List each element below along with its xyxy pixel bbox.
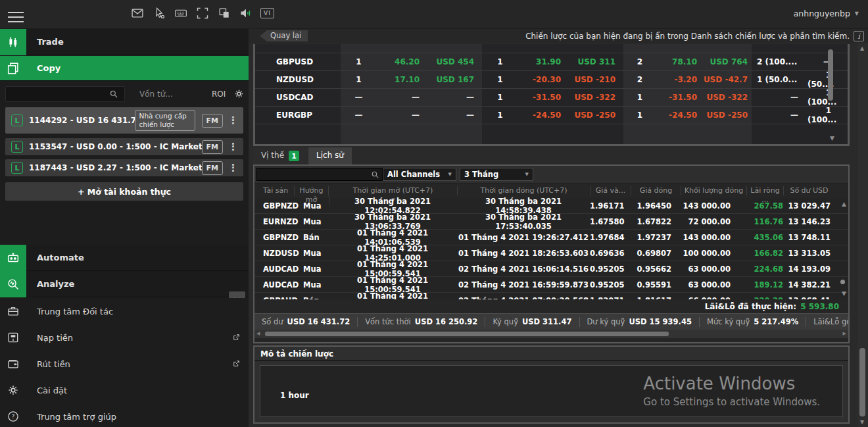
mail-icon[interactable] [130, 6, 145, 20]
account-item[interactable]: L 1153547 - USD 0.00 - 1:500 - IC Market… [5, 138, 243, 155]
period-dropdown[interactable]: 3 Tháng▼ [460, 168, 533, 181]
scroll-down-icon[interactable]: ▼ [830, 135, 834, 141]
tab-positions[interactable]: Vị thế 1 [253, 147, 307, 164]
hamburger-menu-icon[interactable] [8, 9, 24, 20]
history-scrollbar[interactable]: ▲ ▼ [838, 199, 846, 305]
account-label: 1187443 - USD 2.27 - 1:500 - IC Markets [29, 163, 202, 172]
candlestick-icon [0, 29, 26, 55]
account-item[interactable]: L 1144292 - USD 16 431.72 - 1:500... Nhà… [5, 107, 243, 134]
live-account-badge: L [11, 141, 23, 153]
table-row[interactable]: NZDUSD117.10USD 1671-20.30USD -2102-3.20… [255, 71, 848, 89]
sidebar-item-analyze[interactable]: Analyze [0, 271, 249, 297]
sidebar-item-label: Cài đặt [37, 386, 67, 395]
briefcase-icon [0, 298, 26, 324]
strategy-filter-row: Vốn tứ... ROI [0, 86, 249, 103]
scroll-up-icon: ▲ [860, 45, 864, 51]
channels-dropdown[interactable]: All Channels▼ [383, 168, 456, 181]
tab-history[interactable]: Lịch sử [308, 147, 352, 164]
panel-title: Mô tả chiến lược [254, 347, 848, 361]
symbol-cell: USDCAD [255, 93, 341, 102]
chevron-down-icon: ▼ [448, 172, 452, 177]
sidebar-item-trade[interactable]: Trade [0, 29, 249, 55]
scrollbar-thumb [265, 332, 669, 336]
positions-count-badge: 1 [289, 151, 299, 161]
fm-badge: FM [202, 114, 223, 128]
click-settings-icon[interactable] [152, 6, 166, 20]
sidebar-item-help-center[interactable]: ? Trung tâm trợ giúp [0, 403, 249, 427]
kebab-menu-icon[interactable]: ⋮ [228, 162, 238, 174]
sidebar-item-label: Automate [37, 253, 84, 263]
live-account-badge: L [11, 162, 23, 174]
table-row[interactable]: AUDCADMua01 Tháng 4 2021 15:00:59.54102 … [254, 277, 848, 293]
page-scrollbar[interactable]: ▲ ▼ [857, 43, 868, 427]
chevron-down-icon: ▼ [855, 11, 859, 16]
live-account-badge: L [11, 114, 23, 126]
sidebar-item-label: Rút tiền [37, 359, 70, 369]
table-row[interactable]: GBPUSD146.20USD 454131.90USD 311278.10US… [255, 53, 848, 71]
table-row[interactable]: GBPAUDBán01 Tháng 4 2021 15:01:42.95902 … [254, 293, 848, 299]
robot-icon [0, 245, 26, 271]
info-icon[interactable]: i [854, 31, 864, 41]
symbol-summary-panel: GBPUSD146.20USD 454131.90USD 311278.10US… [253, 44, 850, 146]
windows-icon[interactable] [217, 6, 231, 20]
account-status-bar: Số dưUSD 16 431.72 Vốn tức thờiUSD 16 25… [254, 313, 848, 330]
table-row[interactable]: AUDCADMua01 Tháng 4 2021 15:00:59.54102 … [254, 261, 848, 277]
strategy-description-panel: Mô tả chiến lược 1 hour Activate Windows… [253, 345, 850, 424]
strategy-hidden-notice: Chiến lược của bạn hiện đang bị ẩn trong… [525, 32, 850, 41]
description-text: 1 hour [280, 391, 309, 400]
sidebar-item-copy[interactable]: Copy [0, 56, 249, 81]
table-row[interactable]: USDCAD———1-31.50USD -3221-31.50USD -322—… [255, 89, 848, 107]
fm-badge: FM [202, 140, 223, 154]
account-item[interactable]: L 1187443 - USD 2.27 - 1:500 - IC Market… [5, 159, 243, 176]
search-input[interactable] [5, 86, 125, 102]
horizontal-scrollbar[interactable]: ◀ ▶ [254, 330, 848, 338]
table-row[interactable]: EURGBP———1-24.50USD -2501-24.50USD -250—… [255, 107, 848, 124]
status-item: Vốn tức thờiUSD 16 250.92 [357, 317, 485, 327]
top-bar: VI anhnguyenbp ▼ [0, 0, 868, 29]
gear-icon[interactable] [233, 88, 245, 99]
scroll-down-icon: ▼ [842, 290, 846, 297]
table-row[interactable]: GBPNZDBán01 Tháng 4 2021 14:01:06.53901 … [254, 230, 848, 245]
scrollbar-thumb[interactable] [828, 49, 833, 101]
sidebar-item-label: Nạp tiền [37, 333, 73, 343]
symbol-cell: GBPUSD [255, 57, 341, 66]
main-area: Quay lại Chiến lược của bạn hiện đang bị… [249, 29, 868, 427]
fullscreen-icon[interactable] [195, 6, 210, 20]
search-icon [371, 170, 379, 179]
sidebar-item-withdraw[interactable]: Rút tiền [0, 351, 249, 377]
sidebar-item-settings[interactable]: Cài đặt [0, 377, 249, 403]
status-item: Mức ký quỹ5 217.49% [699, 317, 806, 327]
activate-windows-watermark: Activate Windows Go to Settings to activ… [643, 374, 820, 408]
tab-bar: Vị thế 1 Lịch sử [253, 147, 353, 164]
open-live-account-button[interactable]: + Mở tài khoản thực [5, 182, 243, 201]
table-row[interactable]: GBPNZDMua30 Tháng ba 2021 12:02:54.82230… [254, 198, 848, 214]
sidebar-item-partner-center[interactable]: Trung tâm Đối tác [0, 298, 249, 324]
table-row[interactable]: EURNZDMua30 Tháng ba 2021 13:06:33.76930… [254, 214, 848, 230]
keyboard-icon[interactable] [174, 6, 188, 20]
back-button[interactable]: Quay lại [260, 30, 308, 41]
topbar-icon-cluster: VI [130, 6, 274, 20]
language-vi-badge[interactable]: VI [260, 8, 274, 18]
sound-icon[interactable] [239, 6, 253, 20]
sidebar-item-label: Copy [37, 63, 60, 73]
strategy-provider-tag: Nhà cung cấp chiến lược [135, 110, 195, 131]
user-menu[interactable]: anhnguyenbp ▼ [794, 9, 859, 18]
sidebar: Trade Copy Vốn tứ... ROI L 1144292 - USD… [0, 29, 249, 427]
deposit-icon [0, 324, 26, 351]
status-item: Số dưUSD 16 431.72 [254, 317, 357, 327]
help-icon: ? [0, 403, 26, 427]
svg-text:?: ? [12, 413, 15, 420]
kebab-menu-icon[interactable]: ⋮ [228, 141, 238, 153]
sidebar-item-automate[interactable]: Automate [0, 245, 249, 271]
history-search-input[interactable] [256, 168, 383, 181]
scroll-down-icon: ▼ [860, 419, 864, 425]
status-item: Lãi&Lỗ gộp chưa thực hiệnUSD -16 [806, 317, 848, 327]
scrollbar-thumb [859, 348, 865, 416]
clipped-row: GBPAUDBán01 Tháng 4 2021 15:01:42.95902 … [254, 293, 848, 299]
kebab-menu-icon[interactable]: ⋮ [228, 114, 238, 126]
wallet-icon [0, 351, 26, 377]
sort-roi-label[interactable]: ROI [212, 89, 226, 99]
table-row[interactable]: NZDUSDMua01 Tháng 4 2021 14:25:01.00001 … [254, 245, 848, 261]
sort-capital-label[interactable]: Vốn tứ... [139, 89, 173, 99]
sidebar-item-deposit[interactable]: Nạp tiền [0, 324, 249, 351]
